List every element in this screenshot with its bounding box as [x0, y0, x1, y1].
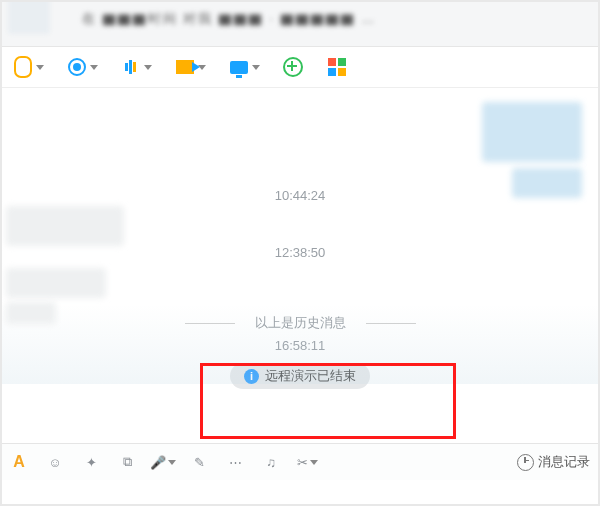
- system-notice-text: 远程演示已结束: [265, 367, 356, 385]
- message-bubble[interactable]: [482, 102, 582, 162]
- font-icon[interactable]: A: [10, 453, 28, 471]
- header: 在 ▇▇▇时间 对我 ▇▇▇ · ▇▇▇▇▇ …: [2, 2, 598, 47]
- timestamp: 16:58:11: [2, 338, 598, 353]
- chevron-down-icon: [144, 65, 152, 70]
- call-toolbar: [2, 47, 598, 88]
- add-app-button[interactable]: [282, 56, 304, 78]
- message-bubble[interactable]: [6, 302, 56, 324]
- more-icon[interactable]: ⋯: [226, 453, 244, 471]
- video-call-button[interactable]: [66, 56, 98, 78]
- share-button[interactable]: [174, 56, 206, 78]
- message-record-label: 消息记录: [538, 453, 590, 471]
- emoji-icon[interactable]: ☺: [46, 453, 64, 471]
- magic-icon[interactable]: ✦: [82, 453, 100, 471]
- message-record-button[interactable]: 消息记录: [517, 453, 590, 471]
- add-app-icon: [282, 56, 304, 78]
- outgoing-messages: [6, 268, 106, 324]
- editor-toolbar: A ☺ ✦ ⧉ 🎤 ✎ ⋯ ♫ ✂ 消息记录: [2, 443, 598, 480]
- apps-grid-icon: [326, 56, 348, 78]
- chevron-down-icon: [90, 65, 98, 70]
- voice-input-icon[interactable]: 🎤: [154, 453, 172, 471]
- chevron-down-icon: [252, 65, 260, 70]
- stats-button[interactable]: [120, 56, 152, 78]
- outgoing-messages: [6, 206, 124, 246]
- chat-pane: 10:44:24 12:38:50 以上是历史消息 16:58:11 i 远程演…: [2, 88, 598, 444]
- chat-window: 在 ▇▇▇时间 对我 ▇▇▇ · ▇▇▇▇▇ …: [0, 0, 600, 506]
- image-icon[interactable]: ✎: [190, 453, 208, 471]
- voice-call-button[interactable]: [12, 56, 44, 78]
- header-status-text: 在 ▇▇▇时间 对我 ▇▇▇ · ▇▇▇▇▇ …: [82, 10, 588, 34]
- system-notice-pill: i 远程演示已结束: [230, 363, 370, 389]
- history-icon: [517, 454, 534, 471]
- contact-avatar[interactable]: [8, 0, 50, 34]
- share-icon: [174, 56, 196, 78]
- editor-area[interactable]: [2, 480, 598, 504]
- voice-icon: [12, 56, 34, 78]
- message-bubble[interactable]: [6, 206, 124, 246]
- stats-icon: [120, 56, 142, 78]
- info-icon: i: [244, 369, 259, 384]
- scissors-icon[interactable]: ✂: [298, 453, 316, 471]
- video-icon: [66, 56, 88, 78]
- message-bubble[interactable]: [6, 268, 106, 298]
- remote-desktop-button[interactable]: [228, 56, 260, 78]
- apps-grid-button[interactable]: [326, 56, 348, 78]
- music-icon[interactable]: ♫: [262, 453, 280, 471]
- message-bubble[interactable]: [512, 168, 582, 198]
- screenshot-icon[interactable]: ⧉: [118, 453, 136, 471]
- timestamp: 12:38:50: [2, 245, 598, 260]
- chevron-down-icon: [36, 65, 44, 70]
- remote-desktop-icon: [228, 56, 250, 78]
- incoming-messages: [482, 102, 592, 198]
